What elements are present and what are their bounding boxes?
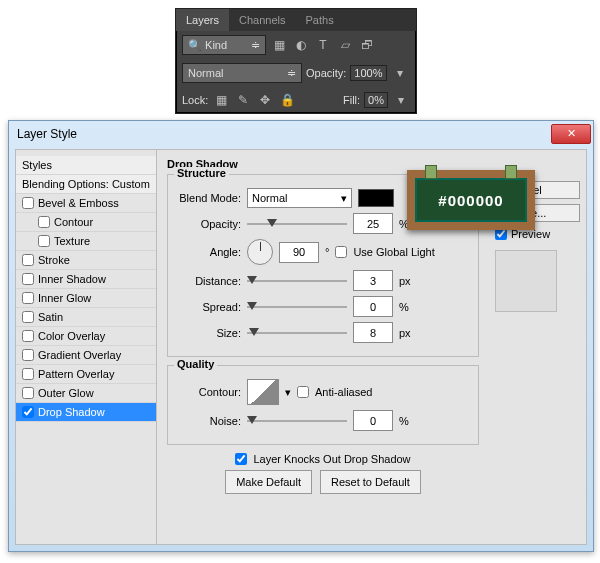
size-slider[interactable] — [247, 326, 347, 340]
type-filter-icon[interactable]: T — [314, 36, 332, 54]
effect-checkbox[interactable] — [22, 349, 34, 361]
effects-sidebar: Styles Blending Options: Custom Bevel & … — [16, 150, 157, 544]
opacity-number-input[interactable] — [353, 213, 393, 234]
antialiased-label: Anti-aliased — [315, 386, 372, 398]
sidebar-item-bevel-emboss[interactable]: Bevel & Emboss — [16, 194, 156, 213]
px-unit2: px — [399, 327, 411, 339]
sidebar-item-outer-glow[interactable]: Outer Glow — [16, 384, 156, 403]
effect-label: Contour — [54, 216, 93, 228]
sidebar-item-pattern-overlay[interactable]: Pattern Overlay — [16, 365, 156, 384]
fill-dropdown-icon[interactable]: ▾ — [392, 91, 410, 109]
shape-filter-icon[interactable]: ▱ — [336, 36, 354, 54]
dialog-title: Layer Style — [17, 127, 77, 141]
make-default-button[interactable]: Make Default — [225, 470, 312, 494]
contour-picker[interactable] — [247, 379, 279, 405]
effect-checkbox[interactable] — [22, 292, 34, 304]
sidebar-item-contour[interactable]: Contour — [16, 213, 156, 232]
filter-label: Kind — [205, 39, 227, 51]
sidebar-item-inner-shadow[interactable]: Inner Shadow — [16, 270, 156, 289]
distance-field-label: Distance: — [176, 275, 241, 287]
effect-label: Texture — [54, 235, 90, 247]
sidebar-item-gradient-overlay[interactable]: Gradient Overlay — [16, 346, 156, 365]
sidebar-item-drop-shadow[interactable]: Drop Shadow — [16, 403, 156, 422]
knockout-checkbox[interactable] — [235, 453, 247, 465]
quality-fieldset: Quality Contour: ▾ Anti-aliased Noise: % — [167, 365, 479, 445]
effect-checkbox[interactable] — [22, 273, 34, 285]
spread-slider[interactable] — [247, 300, 347, 314]
sidebar-item-stroke[interactable]: Stroke — [16, 251, 156, 270]
fill-input[interactable]: 0% — [364, 92, 388, 108]
distance-slider[interactable] — [247, 274, 347, 288]
effect-checkbox[interactable] — [22, 330, 34, 342]
angle-dial[interactable] — [247, 239, 273, 265]
angle-number-input[interactable] — [279, 242, 319, 263]
lock-position-icon[interactable]: ✥ — [256, 91, 274, 109]
pixel-filter-icon[interactable]: ▦ — [270, 36, 288, 54]
sidebar-item-color-overlay[interactable]: Color Overlay — [16, 327, 156, 346]
effect-checkbox[interactable] — [22, 387, 34, 399]
opacity-label: Opacity: — [306, 67, 346, 79]
contour-field-label: Contour: — [176, 386, 241, 398]
tab-channels[interactable]: Channels — [229, 9, 295, 31]
antialiased-checkbox[interactable] — [297, 386, 309, 398]
effect-label: Satin — [38, 311, 63, 323]
sidebar-item-texture[interactable]: Texture — [16, 232, 156, 251]
global-light-checkbox[interactable] — [335, 246, 347, 258]
effect-label: Gradient Overlay — [38, 349, 121, 361]
angle-field-label: Angle: — [176, 246, 241, 258]
shadow-color-swatch[interactable] — [358, 189, 394, 207]
lock-transparency-icon[interactable]: ▦ — [212, 91, 230, 109]
noise-field-label: Noise: — [176, 415, 241, 427]
blend-mode-dropdown[interactable]: Normal▾ — [247, 188, 352, 208]
distance-number-input[interactable] — [353, 270, 393, 291]
pct-unit3: % — [399, 415, 409, 427]
effect-label: Drop Shadow — [38, 406, 105, 418]
tab-layers[interactable]: Layers — [176, 9, 229, 31]
noise-slider[interactable] — [247, 414, 347, 428]
size-number-input[interactable] — [353, 322, 393, 343]
opacity-slider[interactable] — [247, 217, 347, 231]
chalkboard-annotation: #000000 — [407, 170, 535, 230]
sidebar-blending-header[interactable]: Blending Options: Custom — [16, 175, 156, 194]
lock-label: Lock: — [182, 94, 208, 106]
sidebar-item-inner-glow[interactable]: Inner Glow — [16, 289, 156, 308]
size-field-label: Size: — [176, 327, 241, 339]
filter-type-select[interactable]: 🔍 Kind≑ — [182, 35, 266, 55]
fill-label: Fill: — [343, 94, 360, 106]
spread-number-input[interactable] — [353, 296, 393, 317]
effect-checkbox[interactable] — [22, 197, 34, 209]
effect-checkbox[interactable] — [38, 216, 50, 228]
reset-default-button[interactable]: Reset to Default — [320, 470, 421, 494]
blend-mode-field-label: Blend Mode: — [176, 192, 241, 204]
effect-checkbox[interactable] — [22, 254, 34, 266]
opacity-input[interactable]: 100% — [350, 65, 386, 81]
effect-checkbox[interactable] — [38, 235, 50, 247]
blend-mode-select[interactable]: Normal≑ — [182, 63, 302, 83]
effect-checkbox[interactable] — [22, 311, 34, 323]
smart-filter-icon[interactable]: 🗗 — [358, 36, 376, 54]
effect-label: Inner Glow — [38, 292, 91, 304]
pct-unit2: % — [399, 301, 409, 313]
titlebar[interactable]: Layer Style ✕ — [9, 121, 593, 146]
close-button[interactable]: ✕ — [551, 124, 591, 144]
fill-value: 0% — [368, 94, 384, 106]
sidebar-item-satin[interactable]: Satin — [16, 308, 156, 327]
blend-mode-value: Normal — [188, 67, 223, 79]
effect-label: Pattern Overlay — [38, 368, 114, 380]
effect-checkbox[interactable] — [22, 368, 34, 380]
chalkboard-clip-icon — [505, 165, 517, 179]
tab-paths[interactable]: Paths — [296, 9, 344, 31]
effect-label: Bevel & Emboss — [38, 197, 119, 209]
noise-number-input[interactable] — [353, 410, 393, 431]
contour-dropdown-icon[interactable]: ▾ — [285, 386, 291, 399]
opacity-dropdown-icon[interactable]: ▾ — [391, 64, 409, 82]
adjustment-filter-icon[interactable]: ◐ — [292, 36, 310, 54]
effect-checkbox[interactable] — [22, 406, 34, 418]
spread-field-label: Spread: — [176, 301, 241, 313]
px-unit: px — [399, 275, 411, 287]
lock-pixels-icon[interactable]: ✎ — [234, 91, 252, 109]
sidebar-styles-header[interactable]: Styles — [16, 156, 156, 175]
lock-all-icon[interactable]: 🔒 — [278, 91, 296, 109]
opacity-field-label: Opacity: — [176, 218, 241, 230]
blend-mode-text: Normal — [252, 192, 287, 204]
